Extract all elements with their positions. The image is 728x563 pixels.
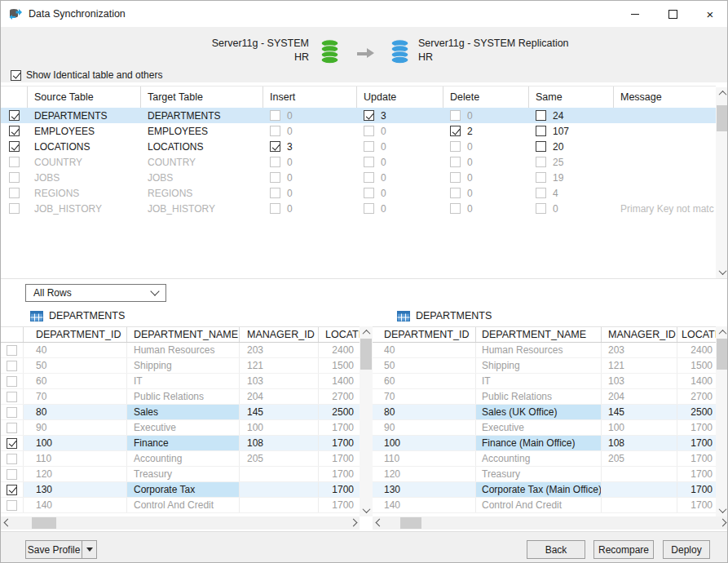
data-row[interactable]: 90 Executive 100 1700: [373, 420, 716, 436]
scrollbar-thumb[interactable]: [32, 517, 56, 529]
insert-checkbox[interactable]: [270, 203, 280, 214]
row-checkbox[interactable]: [7, 438, 17, 449]
same-checkbox[interactable]: [536, 141, 546, 152]
scrollbar-thumb[interactable]: [360, 339, 372, 370]
insert-checkbox[interactable]: [270, 110, 280, 121]
target-grid-horizontal-scrollbar[interactable]: [373, 516, 728, 530]
column-header-department-name[interactable]: DEPARTMENT_NAME: [127, 327, 240, 342]
data-row[interactable]: 130 Corporate Tax 1700: [1, 482, 360, 498]
same-checkbox[interactable]: [536, 172, 546, 183]
table-row[interactable]: JOBS JOBS 0 0 0 19: [1, 170, 716, 185]
rows-filter-dropdown[interactable]: All Rows: [25, 284, 166, 302]
data-row[interactable]: 130 Corporate Tax (Main Office) 1700: [373, 482, 716, 498]
save-profile-split-button[interactable]: Save Profile: [25, 540, 97, 559]
update-checkbox[interactable]: [364, 157, 374, 167]
row-checkbox[interactable]: [7, 376, 17, 387]
column-header-department-id[interactable]: DEPARTMENT_ID: [377, 327, 476, 342]
data-row[interactable]: 60 IT 103 1400: [1, 374, 360, 389]
delete-checkbox[interactable]: [450, 126, 461, 136]
target-grid-vertical-scrollbar[interactable]: [716, 326, 728, 516]
update-checkbox[interactable]: [364, 172, 374, 183]
row-checkbox[interactable]: [7, 407, 17, 418]
column-header-location-id[interactable]: LOCATI: [677, 327, 716, 342]
row-checkbox[interactable]: [7, 469, 17, 480]
column-header-manager-id[interactable]: MANAGER_ID: [240, 327, 319, 342]
data-row[interactable]: 90 Executive 100 1700: [1, 420, 360, 436]
column-header-insert[interactable]: Insert: [263, 86, 357, 108]
insert-checkbox[interactable]: [270, 172, 280, 183]
table-row[interactable]: COUNTRY COUNTRY 0 0 0 25: [1, 154, 716, 170]
back-button[interactable]: Back: [527, 540, 585, 559]
row-checkbox[interactable]: [9, 188, 20, 198]
scrollbar-thumb[interactable]: [717, 339, 728, 370]
data-row[interactable]: 80 Sales 145 2500: [1, 405, 360, 420]
row-checkbox[interactable]: [9, 110, 20, 121]
row-checkbox[interactable]: [9, 203, 20, 214]
same-checkbox[interactable]: [536, 188, 546, 198]
column-header-update[interactable]: Update: [357, 86, 443, 108]
delete-checkbox[interactable]: [450, 141, 461, 152]
recompare-button[interactable]: Recompare: [593, 540, 654, 559]
source-grid-vertical-scrollbar[interactable]: [360, 326, 373, 516]
column-header-delete[interactable]: Delete: [443, 86, 529, 108]
column-header-same[interactable]: Same: [529, 86, 614, 108]
row-checkbox[interactable]: [9, 157, 20, 167]
save-profile-dropdown-button[interactable]: [82, 541, 96, 558]
data-row[interactable]: 120 Treasury 1700: [373, 467, 716, 482]
column-header-department-name[interactable]: DEPARTMENT_NAME: [476, 327, 602, 342]
column-header-manager-id[interactable]: MANAGER_ID: [602, 327, 677, 342]
minimize-button[interactable]: [616, 1, 654, 27]
scroll-down-arrow-icon[interactable]: [360, 504, 373, 516]
delete-checkbox[interactable]: [450, 172, 461, 183]
scroll-up-arrow-icon[interactable]: [360, 326, 373, 339]
scroll-up-arrow-icon[interactable]: [716, 326, 728, 339]
data-row[interactable]: 70 Public Relations 204 2700: [373, 389, 716, 405]
column-header-source-table[interactable]: Source Table: [28, 86, 141, 108]
insert-checkbox[interactable]: [270, 157, 280, 167]
save-profile-button[interactable]: Save Profile: [26, 541, 82, 558]
column-header-row-checkbox[interactable]: [1, 327, 24, 342]
scroll-down-arrow-icon[interactable]: [716, 504, 728, 516]
data-row[interactable]: 50 Shipping 121 1500: [1, 358, 360, 374]
deploy-button[interactable]: Deploy: [663, 540, 710, 559]
insert-checkbox[interactable]: [270, 188, 280, 198]
table-row[interactable]: EMPLOYEES EMPLOYEES 0 0 2 107: [1, 123, 716, 139]
update-checkbox[interactable]: [364, 126, 374, 136]
row-checkbox[interactable]: [7, 392, 17, 402]
data-row[interactable]: 110 Accounting 205 1700: [1, 451, 360, 467]
row-checkbox[interactable]: [7, 345, 17, 356]
data-row[interactable]: 100 Finance (Main Office) 108 1700: [373, 436, 716, 451]
scroll-down-arrow-icon[interactable]: [716, 266, 728, 278]
row-checkbox[interactable]: [7, 485, 17, 495]
insert-checkbox[interactable]: [270, 126, 280, 136]
data-row[interactable]: 110 Accounting 205 1700: [373, 451, 716, 467]
data-row[interactable]: 40 Human Resources 203 2400: [1, 343, 360, 358]
delete-checkbox[interactable]: [450, 188, 461, 198]
data-row[interactable]: 60 IT 103 1400: [373, 374, 716, 389]
table-row[interactable]: JOB_HISTORY JOB_HISTORY 0 0 0 0 Primary …: [1, 201, 716, 216]
data-row[interactable]: 100 Finance 108 1700: [1, 436, 360, 451]
close-button[interactable]: ×: [691, 1, 728, 27]
table-row[interactable]: DEPARTMENTS DEPARTMENTS 0 3 0 24: [1, 108, 716, 123]
show-identical-checkbox[interactable]: [11, 70, 21, 81]
delete-checkbox[interactable]: [450, 203, 461, 214]
column-header-target-table[interactable]: Target Table: [141, 86, 263, 108]
insert-checkbox[interactable]: [270, 141, 280, 152]
comparison-vertical-scrollbar[interactable]: [716, 87, 728, 278]
column-header-location-id[interactable]: LOCATI: [319, 327, 360, 342]
scroll-up-arrow-icon[interactable]: [716, 87, 728, 100]
source-grid-horizontal-scrollbar[interactable]: [1, 516, 360, 530]
table-row[interactable]: LOCATIONS LOCATIONS 3 0 0 20: [1, 139, 716, 154]
scrollbar-thumb[interactable]: [717, 105, 728, 131]
data-row[interactable]: 70 Public Relations 204 2700: [1, 389, 360, 405]
data-row[interactable]: 40 Human Resources 203 2400: [373, 343, 716, 358]
data-row[interactable]: 50 Shipping 121 1500: [373, 358, 716, 374]
scrollbar-thumb[interactable]: [400, 517, 421, 529]
row-checkbox[interactable]: [9, 126, 20, 136]
same-checkbox[interactable]: [536, 203, 546, 214]
show-identical-checkbox-row[interactable]: Show Identical table and others: [11, 69, 162, 81]
update-checkbox[interactable]: [364, 141, 374, 152]
delete-checkbox[interactable]: [450, 157, 461, 167]
delete-checkbox[interactable]: [450, 110, 461, 121]
row-checkbox[interactable]: [9, 141, 20, 152]
